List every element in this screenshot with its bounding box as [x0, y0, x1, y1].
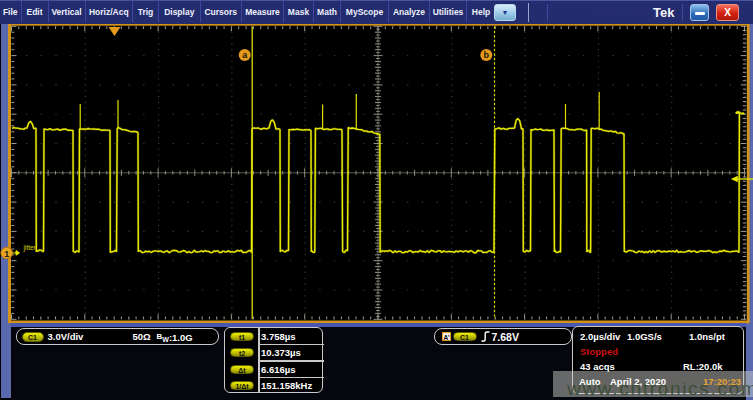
svg-text:1: 1 — [4, 249, 9, 259]
svg-text:b: b — [484, 50, 490, 60]
svg-text:jitter: jitter — [23, 244, 37, 252]
